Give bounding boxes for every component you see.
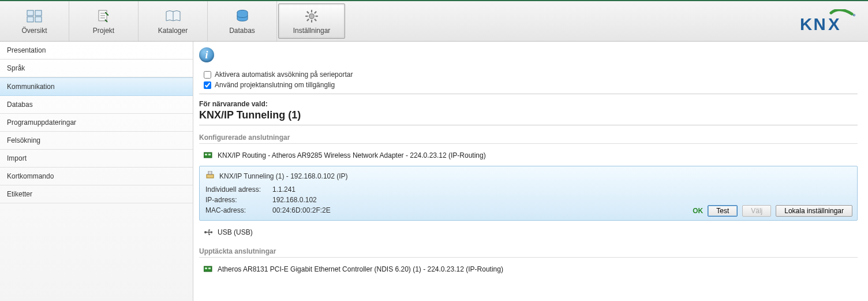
content-pane: i Aktivera automatisk avsökning på serie… [193,42,868,301]
svg-text:R: R [854,14,855,17]
sidebar-item-labels[interactable]: Etiketter [0,185,193,203]
svg-rect-22 [205,154,207,155]
sidebar-item-shortcut[interactable]: Kortkommando [0,168,193,185]
overview-icon [27,8,43,24]
test-button[interactable]: Test [708,205,738,217]
serial-scan-row: Aktivera automatisk avsökning på seriepo… [199,70,858,79]
kv-val: 1.1.241 [272,184,295,195]
svg-rect-29 [205,267,207,269]
connection-row-routing[interactable]: KNX/IP Routing - Atheros AR9285 Wireless… [199,148,858,162]
kv-val: 192.168.0.102 [272,195,317,205]
sidebar-item-presentation[interactable]: Presentation [0,42,193,60]
settings-sidebar: Presentation Språk Kommunikation Databas… [0,42,193,301]
svg-text:K: K [800,14,812,33]
kv-key: MAC-adress: [205,205,269,215]
currently-selected-title: KNX/IP Tunneling (1) [199,109,858,121]
selected-connection-panel: KNX/IP Tunneling (1) - 192.168.0.102 (IP… [199,166,858,221]
project-conn-checkbox[interactable] [204,81,211,89]
sidebar-item-language[interactable]: Språk [0,60,193,77]
database-icon [234,8,250,24]
body-wrap: Presentation Språk Kommunikation Databas… [0,42,868,301]
interface-icon [205,171,215,181]
gear-icon [304,8,320,24]
svg-rect-27 [211,232,212,233]
project-conn-label: Använd projektanslutning om tillgänglig [215,81,335,89]
brand-logo: K N X R [800,9,856,34]
svg-text:X: X [828,14,840,33]
selected-connection-title: KNX/IP Tunneling (1) - 192.168.0.102 (IP… [219,172,348,180]
kv-val: 00:24:6D:00:2F:2E [272,205,331,215]
discovered-heading: Upptäckta anslutningar [199,247,858,258]
svg-rect-0 [27,10,33,16]
connection-footer: OK Test Välj Lokala inställningar [693,205,852,217]
info-icon: i [199,47,214,62]
discovered-row[interactable]: Atheros AR8131 PCI-E Gigabit Ethernet Co… [199,262,858,276]
project-icon [96,8,112,24]
svg-rect-30 [208,267,211,269]
nav-label: Inställningar [293,27,331,35]
nav-project[interactable]: Projekt [69,1,139,41]
svg-point-7 [309,13,315,18]
serial-scan-label: Aktivera automatisk avsökning på seriepo… [215,70,353,79]
nav-overview[interactable]: Översikt [0,1,69,41]
svg-line-15 [307,18,309,20]
svg-rect-24 [207,174,214,178]
serial-scan-checkbox[interactable] [204,71,211,79]
usb-icon [204,228,213,237]
status-ok: OK [693,207,703,215]
sidebar-item-database[interactable]: Databas [0,96,193,114]
svg-rect-3 [35,17,42,22]
svg-rect-2 [27,17,33,22]
connection-label: KNX/IP Routing - Atheros AR9285 Wireless… [218,151,486,159]
svg-rect-1 [35,10,42,16]
sidebar-item-updates[interactable]: Programuppdateringar [0,114,193,132]
divider [199,94,858,94]
connection-label: USB (USB) [218,228,253,236]
nav-label: Projekt [93,27,114,35]
svg-line-13 [315,18,316,20]
nav-label: Översikt [21,27,47,35]
svg-line-14 [315,11,316,13]
nav-label: Databas [229,27,255,35]
top-toolbar: Översikt Projekt Kataloger Databas Instä… [0,0,868,42]
svg-rect-23 [208,154,211,155]
kv-key: IP-adress: [205,195,269,205]
kv-key: Individuell adress: [205,184,269,195]
local-settings-button[interactable]: Lokala inställningar [776,205,852,217]
sidebar-item-import[interactable]: Import [0,150,193,168]
sidebar-item-communication[interactable]: Kommunikation [0,77,193,96]
select-button[interactable]: Välj [742,205,771,217]
sidebar-item-debug[interactable]: Felsökning [0,132,193,150]
nav-label: Kataloger [158,27,188,35]
nav-catalogs[interactable]: Kataloger [139,1,208,41]
connection-label: Atheros AR8131 PCI-E Gigabit Ethernet Co… [218,265,503,273]
svg-rect-25 [208,171,212,174]
svg-text:N: N [814,14,826,33]
network-card-icon [204,265,213,274]
configured-heading: Konfigurerade anslutningar [199,133,858,144]
catalog-icon [165,8,181,24]
project-conn-row: Använd projektanslutning om tillgänglig [199,81,858,89]
nav-database[interactable]: Databas [208,1,277,41]
currently-selected-label: För närvarande vald: [199,100,858,108]
connection-row-usb[interactable]: USB (USB) [199,225,858,239]
svg-line-12 [307,11,309,13]
network-card-icon [204,151,213,160]
nav-settings[interactable]: Inställningar [278,3,345,39]
